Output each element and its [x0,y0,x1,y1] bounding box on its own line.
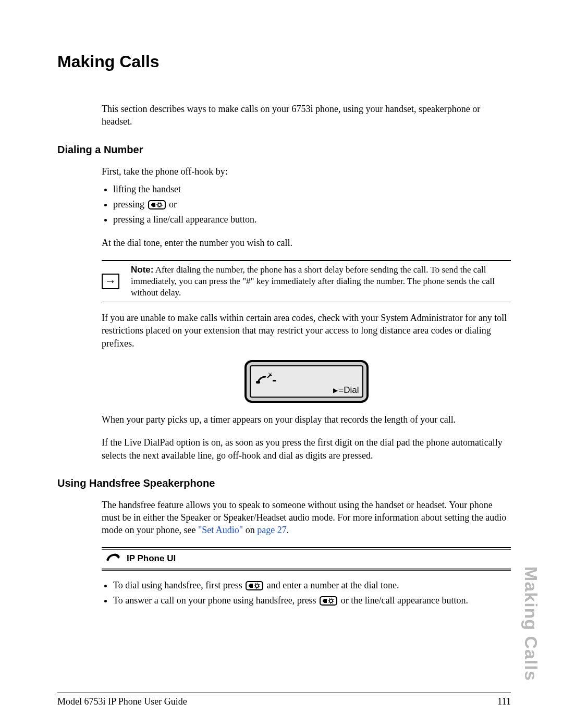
bullet-text: lifting the handset [113,184,181,194]
livedialpad-paragraph: If the Live DialPad option is on, as soo… [102,436,511,462]
handset-off-hook-icon: ' ' [255,369,278,388]
ip-phone-ui-label: IP Phone UI [127,553,176,564]
page-title: Making Calls [57,52,511,71]
speaker-key-icon [320,596,337,606]
lcd-dial-prompt: ▶=Dial [333,385,359,396]
speaker-key-icon [246,581,263,590]
list-item: To answer a call on your phone using han… [113,594,511,607]
svg-rect-6 [273,380,276,381]
intro-paragraph: This section describes ways to make call… [102,103,511,128]
phone-lcd: ' ' ▶=Dial [244,360,369,403]
svg-rect-11 [320,597,337,605]
handsfree-intro: The handsfree feature allows you to spea… [102,499,511,537]
handsfree-text-mid: on [243,525,257,535]
offhook-list: lifting the handset pressing or pressing… [102,183,511,227]
handsfree-list: To dial using handsfree, first press and… [102,579,511,607]
list-item: lifting the handset [113,183,511,196]
bullet-text: pressing a line/call appearance button. [113,214,256,225]
footer-page-number: 111 [497,696,511,707]
note-callout: → Note: After dialing the number, the ph… [102,260,511,302]
arrow-right-icon: → [102,274,119,289]
section-heading-dialing: Dialing a Number [57,144,511,156]
list-item: pressing or [113,198,511,211]
section-heading-handsfree: Using Handsfree Speakerphone [57,477,511,489]
list-item: pressing a line/call appearance button. [113,213,511,226]
handsfree-text-pre: The handsfree feature allows you to spea… [102,500,506,536]
dialing-lead: First, take the phone off-hook by: [102,165,511,178]
bullet-text-pre: To dial using handsfree, first press [113,580,244,590]
list-item: To dial using handsfree, first press and… [113,579,511,592]
bullet-text-post: and enter a number at the dial tone. [267,580,399,590]
note-body: After dialing the number, the phone has … [131,265,495,298]
timer-paragraph: When your party picks up, a timer appear… [102,413,511,426]
svg-rect-7 [246,582,263,590]
dialtone-paragraph: At the dial tone, enter the number you w… [102,237,511,249]
link-page-27[interactable]: page 27 [257,525,286,535]
bullet-text-post: or [169,199,177,209]
handsfree-text-post: . [287,525,289,535]
bullet-text-pre: To answer a call on your phone using han… [113,595,319,606]
lcd-dial-text: =Dial [338,385,359,396]
restriction-paragraph: If you are unable to make calls within c… [102,312,511,350]
footer-doc-title: Model 6753i IP Phone User Guide [57,696,187,707]
bullet-text-pre: pressing [113,199,147,209]
bullet-text-post: or the line/call appearance button. [341,595,468,606]
svg-rect-0 [149,201,165,209]
note-text: Note: After dialing the number, the phon… [131,264,511,299]
speaker-key-icon [148,200,166,209]
link-set-audio[interactable]: "Set Audio" [198,525,243,535]
ip-phone-ui-heading: IP Phone UI [102,547,511,571]
page-footer: Model 6753i IP Phone User Guide 111 [57,693,511,707]
note-label: Note: [131,265,153,275]
svg-rect-4 [256,381,260,384]
side-tab-label: Making Calls [521,566,541,681]
triangle-right-icon: ▶ [333,387,338,394]
phone-ui-icon [105,552,121,566]
